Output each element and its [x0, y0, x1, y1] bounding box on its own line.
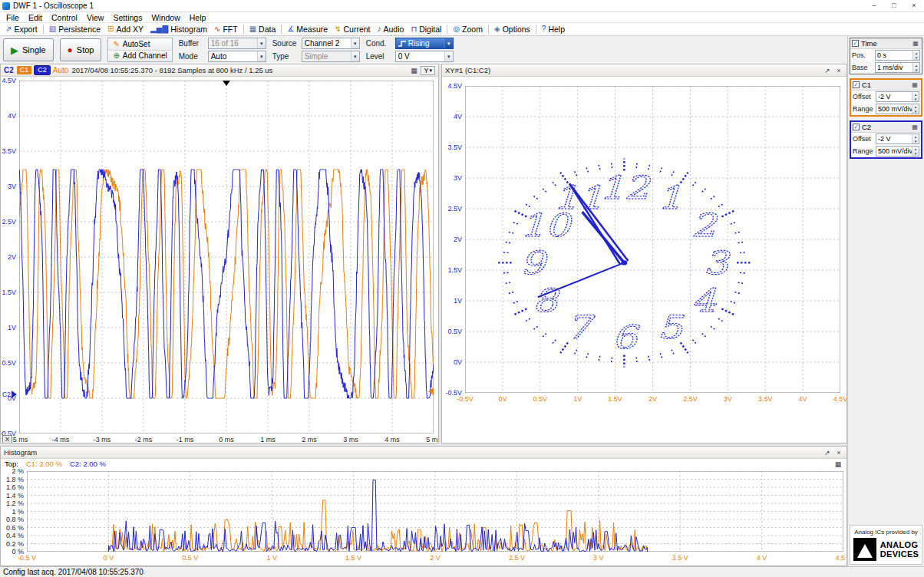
- svg-text:6: 6: [612, 319, 640, 356]
- c2-offset-select[interactable]: -2 V ▴▾: [876, 134, 919, 144]
- toolbar-digital[interactable]: ⊓Digital: [408, 24, 444, 35]
- axis-label: 1.5 V: [345, 554, 361, 562]
- c2-range-select[interactable]: 500 mV/div ▴▾: [876, 146, 919, 157]
- minimize-button[interactable]: –: [864, 0, 884, 12]
- toolbar-fft[interactable]: ∿FFT: [211, 24, 241, 35]
- spinner[interactable]: ▴▾: [912, 51, 919, 60]
- axis-label: 1V: [573, 395, 582, 403]
- axis-label: 4.5 V: [835, 554, 847, 562]
- axis-label: 3V: [8, 183, 16, 190]
- close-panel-icon[interactable]: ×: [834, 67, 843, 74]
- window-controls: – □ ×: [864, 0, 924, 12]
- toolbar-data[interactable]: ▦Data: [246, 24, 279, 35]
- c2-menu-icon[interactable]: ▦: [910, 124, 919, 130]
- histogram-settings-icon[interactable]: ▦: [833, 460, 843, 468]
- axis-label: 4.5V: [833, 395, 847, 403]
- toolbar-options[interactable]: ◈Options: [491, 24, 533, 35]
- menu-item-file[interactable]: File: [2, 13, 24, 22]
- c1-level-marker[interactable]: [428, 387, 434, 395]
- histogram-icon: ▂▅▇: [150, 25, 168, 33]
- c1-checkbox[interactable]: ✓: [853, 81, 860, 88]
- menu-item-view[interactable]: View: [82, 13, 109, 22]
- tab-c1[interactable]: C1: [17, 66, 32, 74]
- axis-label: 0.2 %: [6, 540, 24, 548]
- spinner[interactable]: ▴▾: [912, 63, 919, 72]
- time-checkbox[interactable]: ✓: [852, 40, 859, 47]
- tab-c2[interactable]: C2: [35, 66, 50, 74]
- chevron-down-icon: ▾: [429, 68, 432, 74]
- histogram-canvas: [27, 471, 843, 552]
- xy-plot[interactable]: 123456789101112: [465, 86, 840, 393]
- maximize-button[interactable]: □: [884, 0, 904, 12]
- menu-item-help[interactable]: Help: [185, 13, 211, 22]
- level-select[interactable]: 0 V▾: [395, 51, 454, 62]
- toolbar-add-xy[interactable]: ⊞Add XY: [104, 24, 147, 35]
- trigger-position-marker[interactable]: [223, 81, 230, 86]
- c1-range-select[interactable]: 500 mV/div ▴▾: [876, 104, 919, 114]
- scope-plot[interactable]: [19, 81, 434, 434]
- stop-button[interactable]: ● Stop: [60, 38, 102, 61]
- histogram-legend: Top: C1: 2.00 % C2: 2.00 % ▦: [1, 459, 846, 469]
- axis-label: 3V: [724, 395, 732, 403]
- autoset-button[interactable]: ✎ AutoSet: [108, 38, 171, 51]
- adi-brand-bottom: DEVICES: [880, 549, 919, 559]
- toolbar-separator: [43, 25, 44, 34]
- time-title: Time: [861, 39, 877, 48]
- c2-offset-marker[interactable]: C2: [2, 391, 17, 398]
- titlebar: DWF 1 - Oscilloscope 1 – □ ×: [0, 0, 924, 12]
- adi-brand-top: ANALOG: [880, 540, 919, 549]
- toolbar-export[interactable]: ⇗Export: [2, 24, 41, 35]
- single-button[interactable]: ▶ Single: [3, 38, 54, 61]
- toolbar-audio[interactable]: ♪Audio: [375, 24, 408, 35]
- menu-item-settings[interactable]: Settings: [108, 13, 147, 22]
- plot-settings-icon[interactable]: ▦: [409, 67, 418, 74]
- type-select[interactable]: Simple▾: [302, 51, 360, 62]
- spinner[interactable]: ▴▾: [912, 134, 919, 143]
- spinner[interactable]: ▴▾: [912, 104, 919, 114]
- c2-checkbox[interactable]: ✓: [853, 124, 860, 130]
- time-box: ✓ Time ▦ Pos. 0 s ▴▾ Base 1 ms/div ▴▾: [850, 38, 922, 74]
- x-axis-button[interactable]: X: [2, 435, 12, 443]
- axis-label: 2V: [8, 253, 16, 261]
- close-panel-icon[interactable]: ×: [834, 449, 843, 457]
- add-channel-label: Add Channel: [123, 51, 167, 60]
- pos-select[interactable]: 0 s ▴▾: [875, 50, 920, 61]
- buffer-select[interactable]: 16 of 16▾: [208, 38, 266, 49]
- spinner-down-icon: ▾: [912, 97, 919, 101]
- toolbar-measure[interactable]: ∡Measure: [284, 24, 331, 35]
- condition-select[interactable]: Rising▾: [395, 38, 454, 49]
- menu-item-edit[interactable]: Edit: [24, 13, 47, 22]
- spinner[interactable]: ▴▾: [912, 147, 919, 156]
- undock-icon[interactable]: ↗: [823, 67, 832, 74]
- y-axis-button[interactable]: Y▾: [421, 66, 435, 75]
- axis-label: 4.5V: [2, 77, 16, 84]
- c2-offset-label: Offset: [853, 135, 874, 143]
- axis-label: 3 ms: [343, 436, 358, 443]
- base-select[interactable]: 1 ms/div ▴▾: [875, 62, 920, 73]
- menu-item-control[interactable]: Control: [47, 13, 82, 22]
- c1-menu-icon[interactable]: ▦: [910, 81, 919, 88]
- source-select[interactable]: Channel 2▾: [302, 38, 360, 49]
- svg-text:1: 1: [658, 180, 682, 216]
- axis-label: -1 ms: [177, 436, 194, 443]
- histogram-plot[interactable]: [27, 471, 843, 552]
- svg-text:8: 8: [533, 282, 560, 318]
- toolbar-zoom[interactable]: ◎Zoom: [450, 24, 486, 35]
- close-button[interactable]: ×: [904, 0, 924, 12]
- toolbar-help[interactable]: ?Help: [539, 24, 568, 35]
- scope-y-axis: 4.5V4V3.5V3V2.5V2V1.5V1V0.5V0V-0.5V: [1, 81, 18, 434]
- toolbar-current[interactable]: ↯Current: [332, 24, 373, 35]
- time-menu-icon[interactable]: ▦: [911, 40, 920, 47]
- axis-label: 4V: [799, 395, 807, 403]
- mode-select[interactable]: Auto▾: [208, 51, 266, 62]
- axis-label: 2.5V: [447, 205, 462, 213]
- add-channel-button[interactable]: ⊕ Add Channel: [108, 51, 171, 62]
- control-row: ▶ Single ● Stop ✎ AutoSet ⊕ Add Channel: [0, 36, 847, 64]
- spinner[interactable]: ▴▾: [912, 92, 919, 101]
- toolbar-persistence[interactable]: ▧Persistence: [46, 24, 104, 35]
- undock-icon[interactable]: ↗: [823, 449, 832, 457]
- menu-item-window[interactable]: Window: [147, 13, 184, 22]
- c1-offset-select[interactable]: -2 V ▴▾: [876, 91, 919, 102]
- axis-label: 4 ms: [384, 436, 400, 443]
- toolbar-histogram[interactable]: ▂▅▇Histogram: [147, 24, 210, 35]
